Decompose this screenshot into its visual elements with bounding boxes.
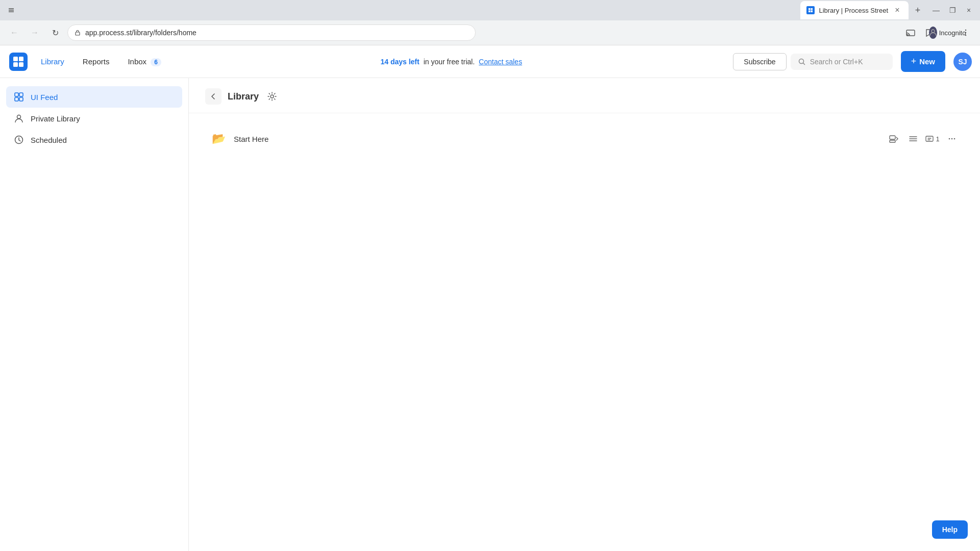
browser-toolbar: ← → ↻ app.process.st/library/folders/hom… <box>0 20 980 45</box>
list-view-icon[interactable] <box>905 131 921 146</box>
tab-title: Library | Process Street <box>819 7 888 14</box>
forward-button[interactable]: → <box>27 24 43 41</box>
lock-icon <box>74 29 81 36</box>
settings-icon[interactable] <box>265 89 279 104</box>
minimize-button[interactable]: — <box>929 3 943 17</box>
svg-point-17 <box>17 115 21 119</box>
svg-rect-14 <box>19 93 23 96</box>
svg-rect-11 <box>19 62 23 67</box>
nav-inbox[interactable]: Inbox 6 <box>119 53 169 70</box>
app-logo[interactable] <box>8 52 29 72</box>
svg-rect-0 <box>76 32 80 35</box>
content-list: 📂 Start Here <box>189 113 980 164</box>
nav-reports[interactable]: Reports <box>75 53 118 70</box>
clock-icon <box>13 134 24 145</box>
app-header: Library Reports Inbox 6 14 days left in … <box>0 45 980 78</box>
search-bar[interactable]: Search or Ctrl+K <box>791 54 893 70</box>
sidebar-item-label-scheduled: Scheduled <box>31 136 67 144</box>
url-text: app.process.st/library/folders/home <box>85 29 197 37</box>
view-count-number: 1 <box>936 135 939 143</box>
tab-close-button[interactable]: × <box>892 5 902 15</box>
sidebar-item-label-ui-feed: UI Feed <box>31 93 58 102</box>
svg-rect-15 <box>15 97 18 101</box>
list-item-name: Start Here <box>234 135 886 143</box>
more-options-row-icon[interactable] <box>944 131 960 146</box>
svg-rect-8 <box>13 57 18 61</box>
svg-rect-7 <box>9 53 28 71</box>
contact-sales-link[interactable]: Contact sales <box>479 58 522 66</box>
subscribe-button[interactable]: Subscribe <box>733 53 786 70</box>
svg-point-3 <box>932 30 935 33</box>
svg-rect-21 <box>890 140 895 142</box>
back-button[interactable]: ← <box>6 24 22 41</box>
close-button[interactable]: × <box>962 3 976 17</box>
trial-banner: 14 days left in your free trial. Contact… <box>380 58 522 66</box>
browser-chrome: Library | Process Street × + — ❐ × ← → ↻… <box>0 0 980 45</box>
new-button[interactable]: + New <box>901 51 945 72</box>
sidebar-item-ui-feed[interactable]: UI Feed <box>6 86 182 108</box>
svg-point-2 <box>906 35 908 36</box>
refresh-button[interactable]: ↻ <box>47 24 63 41</box>
svg-rect-13 <box>15 93 18 96</box>
address-bar[interactable]: app.process.st/library/folders/home <box>67 24 476 41</box>
trial-days-text: 14 days left <box>380 58 419 66</box>
restore-button[interactable]: ❐ <box>945 3 960 17</box>
person-icon <box>13 113 24 124</box>
tab-favicon <box>806 6 815 14</box>
nav-library[interactable]: Library <box>33 53 72 70</box>
window-controls: — ❐ × <box>929 3 976 17</box>
search-icon <box>798 58 806 66</box>
collapse-sidebar-button[interactable] <box>205 88 222 105</box>
browser-tabs-bar: Library | Process Street × + — ❐ × <box>0 0 980 20</box>
logo-icon <box>9 53 28 71</box>
svg-point-4 <box>965 30 966 31</box>
svg-rect-10 <box>13 62 18 67</box>
sidebar: UI Feed Private Library Scheduled <box>0 78 189 551</box>
new-icon: + <box>911 56 917 67</box>
svg-point-6 <box>965 35 966 36</box>
svg-point-19 <box>271 95 274 98</box>
new-tab-button[interactable]: + <box>911 3 925 17</box>
search-placeholder: Search or Ctrl+K <box>810 58 863 66</box>
cast-icon[interactable] <box>902 24 919 41</box>
active-tab[interactable]: Library | Process Street × <box>800 1 909 19</box>
list-item-actions: 1 <box>886 131 960 146</box>
profile-icon[interactable]: Incognito <box>939 24 955 41</box>
svg-rect-20 <box>890 136 895 139</box>
sidebar-item-label-private-library: Private Library <box>31 114 80 123</box>
content-area: Library 📂 Start Here <box>189 78 980 551</box>
svg-point-23 <box>949 138 950 140</box>
svg-rect-9 <box>19 57 23 61</box>
trial-rest-text: in your free trial. <box>424 58 475 66</box>
main-layout: UI Feed Private Library Scheduled <box>0 78 980 551</box>
breadcrumb-title: Library <box>228 91 259 102</box>
grid-icon <box>13 91 24 103</box>
new-label: New <box>919 57 935 66</box>
list-item[interactable]: 📂 Start Here <box>205 123 964 154</box>
inbox-count-badge: 6 <box>151 58 161 66</box>
list-item-icon: 📂 <box>209 130 228 148</box>
svg-rect-16 <box>19 97 23 101</box>
browser-toolbar-icons: Incognito <box>902 24 974 41</box>
svg-point-25 <box>954 138 955 140</box>
sidebar-item-private-library[interactable]: Private Library <box>6 108 182 129</box>
content-header: Library <box>189 78 980 113</box>
header-nav: Library Reports Inbox 6 <box>33 53 169 70</box>
more-options-icon[interactable] <box>958 24 974 41</box>
run-workflow-icon[interactable] <box>886 131 901 146</box>
sidebar-item-scheduled[interactable]: Scheduled <box>6 129 182 151</box>
svg-point-5 <box>965 32 966 33</box>
view-count-icon[interactable]: 1 <box>925 131 940 146</box>
svg-rect-22 <box>926 136 933 141</box>
tab-list-button[interactable] <box>4 3 18 17</box>
avatar[interactable]: SJ <box>953 53 972 71</box>
help-button[interactable]: Help <box>932 520 968 539</box>
svg-point-24 <box>951 138 953 140</box>
incognito-icon <box>929 27 937 39</box>
